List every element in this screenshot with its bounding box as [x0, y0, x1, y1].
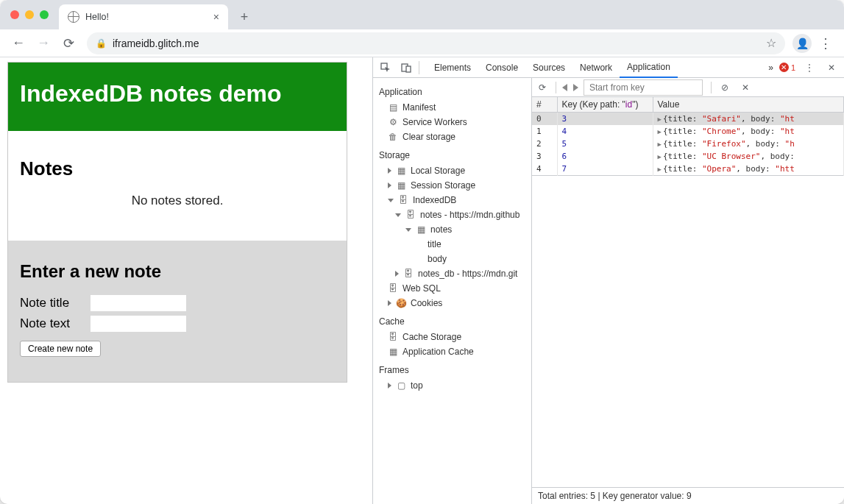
sidebar-item-index-title[interactable]: title [373, 237, 531, 252]
devtools-menu-button[interactable]: ⋮ [801, 60, 818, 76]
page-main: Notes No notes stored. [8, 131, 347, 241]
sidebar-item-clear-storage[interactable]: 🗑Clear storage [373, 129, 531, 144]
chevron-right-icon [388, 182, 391, 188]
device-toolbar-icon[interactable] [398, 60, 414, 76]
table-row[interactable]: 25▶{title: "Firefox", body: "h [532, 138, 844, 150]
address-bar[interactable]: 🔒 iframeidb.glitch.me ☆ [87, 32, 785, 54]
chevron-right-icon [388, 168, 391, 174]
tab-sources[interactable]: Sources [525, 57, 572, 78]
table-row[interactable]: 36▶{title: "UC Browser", body: [532, 150, 844, 163]
close-window-button[interactable] [10, 10, 19, 19]
row-value: ▶{title: "Chrome", body: "ht [653, 125, 844, 138]
row-index: 1 [532, 125, 557, 138]
entry-heading: Enter a new note [20, 261, 335, 282]
browser-tab[interactable]: Hello! × [59, 4, 228, 29]
sidebar-item-indexeddb[interactable]: 🗄IndexedDB [373, 193, 531, 207]
sidebar-item-session-storage[interactable]: ▦Session Storage [373, 178, 531, 193]
table-row[interactable]: 14▶{title: "Chrome", body: "ht [532, 125, 844, 138]
storage-icon: ▦ [396, 180, 406, 191]
tab-network[interactable]: Network [572, 57, 620, 78]
sidebar-item-manifest[interactable]: ▤Manifest [373, 100, 531, 115]
sidebar-item-service-workers[interactable]: ⚙Service Workers [373, 115, 531, 129]
sidebar-item-cookies[interactable]: 🍪Cookies [373, 296, 531, 310]
row-key: 5 [557, 138, 653, 150]
sidebar-item-cache-storage[interactable]: 🗄Cache Storage [373, 330, 531, 344]
toolbar: ← → ⟳ 🔒 iframeidb.glitch.me ☆ 👤 ⋮ [0, 29, 844, 57]
error-badge[interactable]: ✕ 1 [779, 63, 795, 72]
row-value: ▶{title: "UC Browser", body: [653, 150, 844, 163]
page-title: IndexedDB notes demo [20, 80, 335, 107]
sidebar-item-db-notes[interactable]: 🗄notes - https://mdn.github [373, 207, 531, 222]
tab-application[interactable]: Application [620, 57, 678, 78]
database-icon: 🗄 [405, 210, 416, 220]
tab-console[interactable]: Console [478, 57, 525, 78]
minimize-window-button[interactable] [25, 10, 34, 19]
storage-icon: ▦ [396, 166, 406, 176]
chrome-menu-button[interactable]: ⋮ [815, 32, 837, 54]
sidebar-item-index-body[interactable]: body [373, 252, 531, 266]
back-button[interactable]: ← [7, 32, 29, 54]
column-header-value[interactable]: Value [653, 97, 844, 113]
sidebar-item-websql[interactable]: 🗄Web SQL [373, 281, 531, 296]
storage-icon: 🗄 [388, 332, 398, 342]
next-page-button[interactable] [573, 84, 578, 91]
database-icon: 🗄 [403, 269, 414, 279]
lock-icon: 🔒 [96, 38, 107, 49]
application-sidebar: Application ▤Manifest ⚙Service Workers 🗑… [373, 78, 532, 504]
row-key: 4 [557, 125, 653, 138]
section-frames: Frames [373, 359, 531, 378]
fullscreen-window-button[interactable] [40, 10, 49, 19]
sidebar-item-top-frame[interactable]: ▢top [373, 378, 531, 393]
row-index: 2 [532, 138, 557, 150]
refresh-button[interactable]: ⟳ [535, 82, 550, 93]
close-tab-button[interactable]: × [213, 11, 219, 23]
table-row[interactable]: 47▶{title: "Opera", body: "htt [532, 163, 844, 176]
tab-elements[interactable]: Elements [427, 57, 478, 78]
more-tabs-button[interactable]: » [768, 63, 773, 73]
section-storage: Storage [373, 144, 531, 163]
database-icon: 🗄 [388, 283, 398, 294]
sidebar-item-db-notesdb[interactable]: 🗄notes_db - https://mdn.git [373, 266, 531, 281]
sidebar-item-application-cache[interactable]: ▦Application Cache [373, 344, 531, 359]
row-index: 4 [532, 163, 557, 176]
close-devtools-button[interactable]: ✕ [823, 60, 840, 76]
globe-icon [68, 11, 79, 23]
devtools-tabs: Elements Console Sources Network Applica… [427, 57, 678, 78]
row-value: ▶{title: "Firefox", body: "h [653, 138, 844, 150]
row-index: 3 [532, 150, 557, 163]
delete-selected-button[interactable]: ✕ [738, 82, 753, 93]
new-tab-button[interactable]: + [234, 7, 255, 27]
prev-page-button[interactable] [562, 84, 567, 91]
column-header-key[interactable]: Key (Key path: "id") [557, 97, 653, 113]
note-title-input[interactable] [91, 295, 186, 311]
section-cache: Cache [373, 310, 531, 330]
page-viewport: IndexedDB notes demo Notes No notes stor… [0, 57, 372, 504]
devtools: Elements Console Sources Network Applica… [372, 57, 844, 504]
chevron-down-icon [395, 213, 401, 217]
database-icon: 🗄 [398, 195, 408, 205]
clear-store-button[interactable]: ⊘ [717, 82, 732, 93]
column-header-index[interactable]: # [532, 97, 557, 113]
notes-heading: Notes [20, 157, 335, 180]
create-note-button[interactable]: Create new note [20, 341, 101, 357]
inspect-element-icon[interactable] [377, 60, 394, 76]
trash-icon: 🗑 [388, 132, 398, 142]
traffic-lights [10, 10, 49, 19]
forward-button[interactable]: → [32, 32, 54, 54]
reload-button[interactable]: ⟳ [57, 32, 79, 54]
bookmark-star-icon[interactable]: ☆ [766, 36, 776, 50]
indexeddb-data-pane: ⟳ ⊘ ✕ # Key (Key [532, 78, 844, 504]
table-row[interactable]: 03▶{title: "Safari", body: "ht [532, 113, 844, 126]
error-icon: ✕ [779, 63, 789, 72]
sidebar-item-store-notes[interactable]: ▦notes [373, 222, 531, 237]
sidebar-item-local-storage[interactable]: ▦Local Storage [373, 163, 531, 178]
row-value: ▶{title: "Opera", body: "htt [653, 163, 844, 176]
start-from-key-input[interactable] [584, 80, 702, 95]
svg-rect-2 [406, 66, 411, 72]
row-key: 6 [557, 150, 653, 163]
chevron-right-icon [395, 271, 399, 277]
note-text-input[interactable] [91, 316, 186, 332]
profile-avatar[interactable]: 👤 [792, 34, 812, 53]
chevron-down-icon [405, 228, 411, 232]
chevron-down-icon [388, 199, 394, 202]
